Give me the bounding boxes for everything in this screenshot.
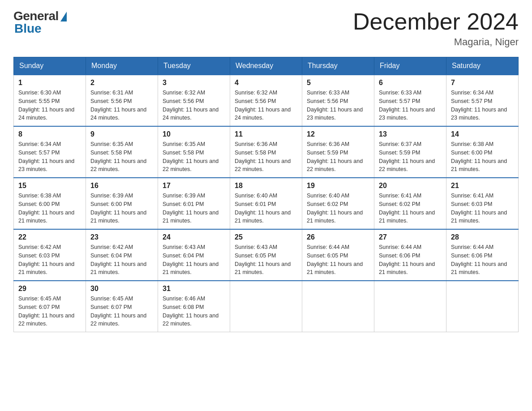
calendar-cell: 20Sunrise: 6:41 AMSunset: 6:02 PMDayligh… (374, 178, 446, 229)
calendar-cell: 2Sunrise: 6:31 AMSunset: 5:56 PMDaylight… (86, 75, 158, 126)
day-info: Sunrise: 6:34 AMSunset: 5:57 PMDaylight:… (18, 140, 81, 174)
calendar-cell: 28Sunrise: 6:44 AMSunset: 6:06 PMDayligh… (446, 229, 519, 281)
day-number: 8 (18, 130, 81, 138)
day-info: Sunrise: 6:39 AMSunset: 6:01 PMDaylight:… (163, 192, 225, 225)
day-info: Sunrise: 6:42 AMSunset: 6:04 PMDaylight:… (90, 243, 153, 277)
calendar-cell: 13Sunrise: 6:37 AMSunset: 5:59 PMDayligh… (374, 126, 446, 178)
day-info: Sunrise: 6:42 AMSunset: 6:03 PMDaylight:… (18, 243, 81, 277)
day-number: 14 (451, 130, 514, 138)
calendar-cell: 9Sunrise: 6:35 AMSunset: 5:58 PMDaylight… (86, 126, 158, 178)
calendar-cell: 10Sunrise: 6:35 AMSunset: 5:58 PMDayligh… (158, 126, 230, 178)
day-number: 4 (235, 79, 297, 87)
week-row-2: 8Sunrise: 6:34 AMSunset: 5:57 PMDaylight… (14, 126, 519, 178)
day-number: 25 (235, 233, 297, 241)
day-info: Sunrise: 6:33 AMSunset: 5:56 PMDaylight:… (307, 89, 369, 122)
day-info: Sunrise: 6:33 AMSunset: 5:57 PMDaylight:… (379, 89, 442, 122)
week-row-3: 15Sunrise: 6:38 AMSunset: 6:00 PMDayligh… (14, 178, 519, 229)
day-number: 21 (451, 182, 514, 190)
calendar-cell (230, 281, 302, 332)
day-info: Sunrise: 6:32 AMSunset: 5:56 PMDaylight:… (163, 89, 225, 122)
day-info: Sunrise: 6:36 AMSunset: 5:59 PMDaylight:… (307, 140, 369, 174)
calendar-cell: 11Sunrise: 6:36 AMSunset: 5:58 PMDayligh… (230, 126, 302, 178)
day-info: Sunrise: 6:44 AMSunset: 6:05 PMDaylight:… (307, 243, 369, 277)
calendar-cell: 30Sunrise: 6:45 AMSunset: 6:07 PMDayligh… (86, 281, 158, 332)
calendar-table: SundayMondayTuesdayWednesdayThursdayFrid… (13, 57, 519, 332)
day-number: 1 (18, 79, 81, 87)
calendar-cell: 27Sunrise: 6:44 AMSunset: 6:06 PMDayligh… (374, 229, 446, 281)
calendar-cell: 31Sunrise: 6:46 AMSunset: 6:08 PMDayligh… (158, 281, 230, 332)
day-number: 6 (379, 79, 442, 87)
day-info: Sunrise: 6:35 AMSunset: 5:58 PMDaylight:… (90, 140, 153, 174)
day-number: 24 (163, 233, 225, 241)
calendar-cell: 8Sunrise: 6:34 AMSunset: 5:57 PMDaylight… (14, 126, 86, 178)
day-number: 5 (307, 79, 369, 87)
calendar-header-monday: Monday (86, 57, 158, 75)
day-number: 28 (451, 233, 514, 241)
calendar-header-sunday: Sunday (14, 57, 86, 75)
calendar-cell: 15Sunrise: 6:38 AMSunset: 6:00 PMDayligh… (14, 178, 86, 229)
month-title: December 2024 (353, 9, 519, 34)
day-number: 19 (307, 182, 369, 190)
calendar-header-saturday: Saturday (446, 57, 519, 75)
calendar-header-thursday: Thursday (302, 57, 374, 75)
day-number: 20 (379, 182, 442, 190)
calendar-cell (302, 281, 374, 332)
calendar-header-friday: Friday (374, 57, 446, 75)
day-info: Sunrise: 6:37 AMSunset: 5:59 PMDaylight:… (379, 140, 442, 174)
day-info: Sunrise: 6:32 AMSunset: 5:56 PMDaylight:… (235, 89, 297, 122)
day-number: 16 (90, 182, 153, 190)
day-info: Sunrise: 6:38 AMSunset: 6:00 PMDaylight:… (18, 192, 81, 225)
week-row-1: 1Sunrise: 6:30 AMSunset: 5:55 PMDaylight… (14, 75, 519, 126)
calendar-cell: 16Sunrise: 6:39 AMSunset: 6:00 PMDayligh… (86, 178, 158, 229)
calendar-cell: 3Sunrise: 6:32 AMSunset: 5:56 PMDaylight… (158, 75, 230, 126)
day-number: 15 (18, 182, 81, 190)
calendar-cell (446, 281, 519, 332)
calendar-cell: 14Sunrise: 6:38 AMSunset: 6:00 PMDayligh… (446, 126, 519, 178)
calendar-cell: 23Sunrise: 6:42 AMSunset: 6:04 PMDayligh… (86, 229, 158, 281)
day-info: Sunrise: 6:34 AMSunset: 5:57 PMDaylight:… (451, 89, 514, 122)
day-number: 30 (90, 285, 153, 293)
calendar-cell: 21Sunrise: 6:41 AMSunset: 6:03 PMDayligh… (446, 178, 519, 229)
day-info: Sunrise: 6:45 AMSunset: 6:07 PMDaylight:… (90, 295, 153, 328)
day-info: Sunrise: 6:41 AMSunset: 6:02 PMDaylight:… (379, 192, 442, 225)
day-number: 17 (163, 182, 225, 190)
calendar-header-row: SundayMondayTuesdayWednesdayThursdayFrid… (14, 57, 519, 75)
day-info: Sunrise: 6:30 AMSunset: 5:55 PMDaylight:… (18, 89, 81, 122)
day-number: 12 (307, 130, 369, 138)
calendar-cell: 18Sunrise: 6:40 AMSunset: 6:01 PMDayligh… (230, 178, 302, 229)
day-info: Sunrise: 6:44 AMSunset: 6:06 PMDaylight:… (379, 243, 442, 277)
day-info: Sunrise: 6:43 AMSunset: 6:05 PMDaylight:… (235, 243, 297, 277)
day-info: Sunrise: 6:44 AMSunset: 6:06 PMDaylight:… (451, 243, 514, 277)
day-number: 23 (90, 233, 153, 241)
logo-triangle-icon (60, 12, 67, 21)
day-number: 18 (235, 182, 297, 190)
calendar-cell: 5Sunrise: 6:33 AMSunset: 5:56 PMDaylight… (302, 75, 374, 126)
day-number: 3 (163, 79, 225, 87)
calendar-header-tuesday: Tuesday (158, 57, 230, 75)
day-info: Sunrise: 6:41 AMSunset: 6:03 PMDaylight:… (451, 192, 514, 225)
calendar-cell (374, 281, 446, 332)
calendar-cell: 7Sunrise: 6:34 AMSunset: 5:57 PMDaylight… (446, 75, 519, 126)
day-number: 9 (90, 130, 153, 138)
day-number: 2 (90, 79, 153, 87)
calendar-cell: 22Sunrise: 6:42 AMSunset: 6:03 PMDayligh… (14, 229, 86, 281)
week-row-4: 22Sunrise: 6:42 AMSunset: 6:03 PMDayligh… (14, 229, 519, 281)
day-number: 26 (307, 233, 369, 241)
calendar-cell: 24Sunrise: 6:43 AMSunset: 6:04 PMDayligh… (158, 229, 230, 281)
calendar-header-wednesday: Wednesday (230, 57, 302, 75)
day-number: 29 (18, 285, 81, 293)
location: Magaria, Niger (353, 36, 519, 48)
day-info: Sunrise: 6:38 AMSunset: 6:00 PMDaylight:… (451, 140, 514, 174)
calendar-cell: 12Sunrise: 6:36 AMSunset: 5:59 PMDayligh… (302, 126, 374, 178)
day-number: 7 (451, 79, 514, 87)
calendar-cell: 1Sunrise: 6:30 AMSunset: 5:55 PMDaylight… (14, 75, 86, 126)
title-section: December 2024 Magaria, Niger (353, 9, 519, 48)
day-info: Sunrise: 6:45 AMSunset: 6:07 PMDaylight:… (18, 295, 81, 328)
day-number: 22 (18, 233, 81, 241)
week-row-5: 29Sunrise: 6:45 AMSunset: 6:07 PMDayligh… (14, 281, 519, 332)
calendar-cell: 4Sunrise: 6:32 AMSunset: 5:56 PMDaylight… (230, 75, 302, 126)
day-number: 13 (379, 130, 442, 138)
day-info: Sunrise: 6:35 AMSunset: 5:58 PMDaylight:… (163, 140, 225, 174)
day-info: Sunrise: 6:43 AMSunset: 6:04 PMDaylight:… (163, 243, 225, 277)
calendar-cell: 25Sunrise: 6:43 AMSunset: 6:05 PMDayligh… (230, 229, 302, 281)
